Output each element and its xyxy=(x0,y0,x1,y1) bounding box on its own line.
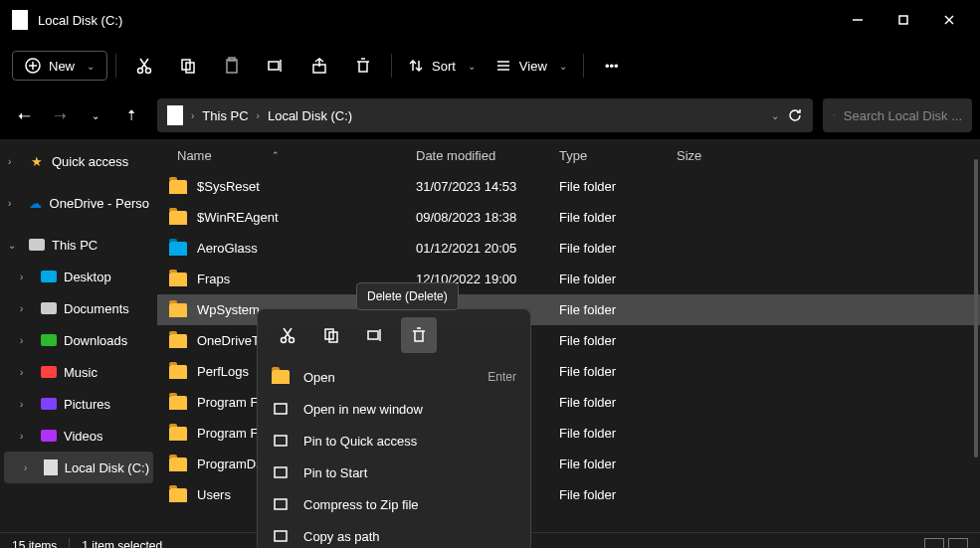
breadcrumb[interactable]: This PC xyxy=(202,108,248,123)
recent-button[interactable]: ⌄ xyxy=(80,99,111,131)
status-selected-count: 1 item selected xyxy=(82,539,162,549)
view-label: View xyxy=(519,59,547,74)
svg-rect-34 xyxy=(275,499,287,509)
file-row[interactable]: Fraps 12/10/2022 19:00 File folder xyxy=(157,264,980,294)
expand-icon: › xyxy=(20,272,34,282)
col-date-header[interactable]: Date modified xyxy=(416,148,559,163)
ctx-label: Pin to Quick access xyxy=(303,434,417,449)
file-type: File folder xyxy=(559,179,677,194)
expand-icon: › xyxy=(20,399,34,410)
music-icon xyxy=(40,363,58,381)
pc-icon xyxy=(28,236,46,254)
file-date: 31/07/2023 14:53 xyxy=(416,179,559,194)
file-name: Users xyxy=(197,487,231,502)
breadcrumb[interactable]: Local Disk (C:) xyxy=(268,108,352,123)
file-name: $WinREAgent xyxy=(197,210,279,225)
file-row[interactable]: $SysReset 31/07/2023 14:53 File folder xyxy=(157,171,980,202)
disk-icon xyxy=(12,10,28,30)
up-button[interactable]: 🠑 xyxy=(115,99,147,131)
sidebar-item[interactable]: › Music xyxy=(0,356,157,388)
navbar: 🠐 🠒 ⌄ 🠑 › This PC › Local Disk (C:) ⌄ Se… xyxy=(0,91,980,139)
chevron-down-icon: ⌄ xyxy=(468,61,476,72)
ctx-menu-item[interactable]: Compress to Zip file xyxy=(258,488,530,520)
file-row[interactable]: $WinREAgent 09/08/2023 18:38 File folder xyxy=(157,202,980,233)
file-type: File folder xyxy=(559,333,677,348)
sidebar-label: Videos xyxy=(64,429,103,444)
scrollbar[interactable] xyxy=(974,159,978,457)
maximize-button[interactable] xyxy=(881,4,926,36)
sidebar-item[interactable]: › Documents xyxy=(0,292,157,324)
pic-icon xyxy=(40,395,58,413)
paste-button[interactable] xyxy=(212,48,252,84)
back-button[interactable]: 🠐 xyxy=(8,99,40,131)
file-type: File folder xyxy=(559,210,677,225)
search-input[interactable]: Search Local Disk ... xyxy=(823,98,972,132)
sidebar-item[interactable]: › ☁ OneDrive - Perso xyxy=(0,187,157,219)
expand-icon: › xyxy=(20,431,34,442)
file-type: File folder xyxy=(559,487,677,502)
delete-button[interactable] xyxy=(343,48,383,84)
expand-icon: › xyxy=(20,367,34,378)
folder-icon xyxy=(169,180,187,194)
file-type: File folder xyxy=(559,426,677,441)
forward-button[interactable]: 🠒 xyxy=(44,99,76,131)
col-type-header[interactable]: Type xyxy=(559,148,677,163)
ctx-delete-button[interactable] xyxy=(401,317,437,353)
icons-view-toggle[interactable] xyxy=(948,538,968,549)
folder-icon xyxy=(169,273,187,286)
ctx-rename-button[interactable] xyxy=(357,317,393,353)
view-button[interactable]: View ⌄ xyxy=(488,58,575,74)
ctx-menu-item[interactable]: Pin to Start xyxy=(258,457,530,488)
column-headers: Name⌃ Date modified Type Size xyxy=(157,139,980,171)
sidebar-label: Desktop xyxy=(64,270,111,284)
ctx-menu-item[interactable]: Open in new window xyxy=(258,393,530,425)
doc-icon xyxy=(40,299,58,317)
cut-button[interactable] xyxy=(124,48,164,84)
col-size-header[interactable]: Size xyxy=(677,148,756,163)
file-name: $SysReset xyxy=(197,179,260,194)
folder-icon xyxy=(169,427,187,441)
file-date: 09/08/2023 18:38 xyxy=(416,210,559,225)
folder-icon xyxy=(169,211,187,225)
file-type: File folder xyxy=(559,457,677,471)
video-icon xyxy=(40,427,58,445)
ctx-cut-button[interactable] xyxy=(270,317,305,353)
ctx-copy-button[interactable] xyxy=(313,317,349,353)
rename-button[interactable] xyxy=(256,48,295,84)
col-name-header[interactable]: Name⌃ xyxy=(157,148,416,163)
copy-button[interactable] xyxy=(168,48,208,84)
folder-icon xyxy=(272,370,290,384)
close-button[interactable] xyxy=(926,4,972,36)
sidebar: › ★ Quick access› ☁ OneDrive - Perso⌄ Th… xyxy=(0,139,157,532)
details-view-toggle[interactable] xyxy=(924,538,944,549)
more-button[interactable]: ••• xyxy=(592,48,632,84)
ctx-label: Compress to Zip file xyxy=(303,497,419,512)
svg-line-25 xyxy=(285,328,292,338)
sidebar-label: Local Disk (C:) xyxy=(65,460,149,475)
svg-line-22 xyxy=(835,116,836,117)
ctx-label: Pin to Start xyxy=(303,465,367,480)
zip-icon xyxy=(272,496,290,512)
addressbar[interactable]: › This PC › Local Disk (C:) ⌄ xyxy=(157,98,813,132)
sidebar-item[interactable]: ⌄ This PC xyxy=(0,229,157,261)
chevron-down-icon[interactable]: ⌄ xyxy=(771,110,779,121)
sort-button[interactable]: Sort ⌄ xyxy=(400,58,484,74)
chevron-right-icon: › xyxy=(257,110,260,121)
refresh-icon[interactable] xyxy=(787,107,803,123)
svg-point-23 xyxy=(282,338,287,343)
sidebar-item[interactable]: › ★ Quick access xyxy=(0,145,157,177)
folder-icon xyxy=(169,457,187,471)
ctx-menu-item[interactable]: Pin to Quick access xyxy=(258,425,530,457)
sidebar-label: OneDrive - Perso xyxy=(50,196,149,211)
ctx-menu-item[interactable]: Open Enter xyxy=(258,361,530,393)
sidebar-item[interactable]: › Downloads xyxy=(0,324,157,356)
file-row[interactable]: AeroGlass 01/12/2021 20:05 File folder xyxy=(157,233,980,264)
ctx-menu-item[interactable]: Copy as path xyxy=(258,520,530,548)
sidebar-item[interactable]: › Videos xyxy=(0,420,157,452)
share-button[interactable] xyxy=(299,48,339,84)
new-button[interactable]: New ⌄ xyxy=(12,51,107,81)
minimize-button[interactable] xyxy=(835,4,881,36)
sidebar-item[interactable]: › Local Disk (C:) xyxy=(4,452,153,483)
sidebar-item[interactable]: › Desktop xyxy=(0,261,157,292)
sidebar-item[interactable]: › Pictures xyxy=(0,388,157,420)
